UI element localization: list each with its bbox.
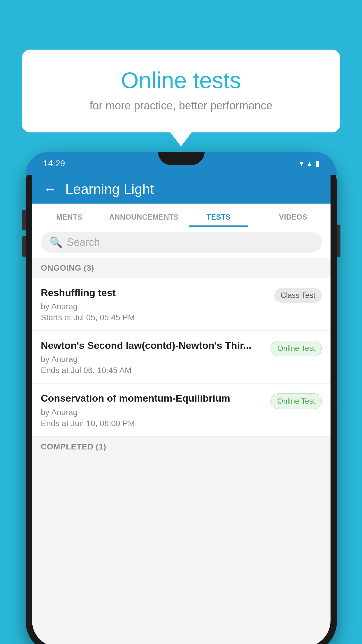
volume-down-button[interactable] (22, 236, 26, 257)
status-icons: ▾ ▴ ▮ (300, 159, 319, 168)
battery-icon: ▮ (315, 159, 319, 168)
tabs-bar: MENTS ANNOUNCEMENTS TESTS VIDEOS (32, 204, 331, 227)
test-by: by Anurag (41, 355, 265, 364)
signal-icon: ▴ (307, 159, 311, 168)
promo-card: Online tests for more practice, better p… (22, 50, 340, 132)
test-info: Reshuffling test by Anurag Starts at Jul… (41, 286, 274, 322)
status-bar: 14:29 ▾ ▴ ▮ (26, 152, 337, 175)
app-title: Learning Light (65, 181, 154, 197)
search-icon: 🔍 (50, 236, 63, 249)
test-info: Newton's Second law(contd)-Newton's Thir… (41, 339, 270, 375)
test-badge-online: Online Test (270, 393, 322, 409)
test-by: by Anurag (41, 408, 265, 417)
phone-screen: ← Learning Light MENTS ANNOUNCEMENTS TES… (32, 174, 331, 644)
promo-title: Online tests (36, 67, 326, 94)
test-date: Starts at Jul 05, 05:45 PM (41, 313, 268, 322)
back-button[interactable]: ← (44, 183, 57, 195)
test-date: Ends at Jun 10, 06:00 PM (41, 419, 265, 428)
phone-notch (158, 152, 205, 165)
search-input-wrap[interactable]: 🔍 Search (41, 232, 322, 253)
status-time: 14:29 (43, 158, 65, 168)
phone-frame: 14:29 ▾ ▴ ▮ ← Learning Light MENTS ANNOU… (26, 152, 337, 644)
test-badge-online: Online Test (270, 341, 322, 356)
test-item-newton[interactable]: Newton's Second law(contd)-Newton's Thir… (32, 331, 331, 384)
wifi-icon: ▾ (300, 159, 303, 168)
app-header: ← Learning Light (32, 174, 331, 204)
tab-announcements[interactable]: ANNOUNCEMENTS (107, 213, 181, 227)
tab-tests[interactable]: TESTS (181, 213, 256, 227)
test-date: Ends at Jul 06, 10:45 AM (41, 366, 265, 375)
test-badge-class: Class Test (274, 288, 322, 303)
completed-section-header: COMPLETED (1) (32, 437, 331, 457)
promo-subtitle: for more practice, better performance (36, 99, 326, 112)
test-item-reshuffling[interactable]: Reshuffling test by Anurag Starts at Jul… (32, 278, 331, 331)
test-item-conservation[interactable]: Conservation of momentum-Equilibrium by … (32, 384, 331, 436)
ongoing-section-header: ONGOING (3) (32, 258, 331, 278)
test-name: Reshuffling test (41, 286, 268, 299)
search-container: 🔍 Search (32, 227, 331, 258)
test-name: Newton's Second law(contd)-Newton's Thir… (41, 339, 265, 352)
search-placeholder: Search (67, 236, 100, 249)
volume-up-button[interactable] (22, 210, 26, 230)
tab-videos[interactable]: VIDEOS (256, 213, 331, 227)
tab-ments[interactable]: MENTS (32, 213, 107, 227)
power-button[interactable] (337, 225, 340, 257)
test-info: Conservation of momentum-Equilibrium by … (41, 392, 270, 428)
test-name: Conservation of momentum-Equilibrium (41, 392, 265, 405)
test-by: by Anurag (41, 302, 268, 311)
